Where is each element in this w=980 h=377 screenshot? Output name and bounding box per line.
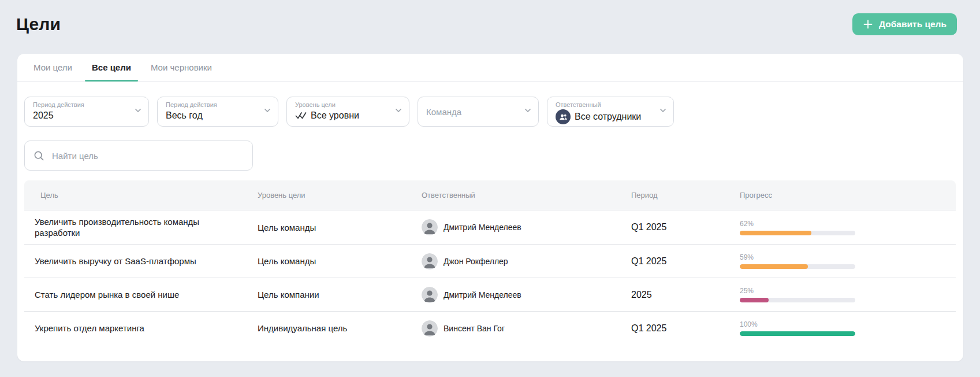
goal-row[interactable]: Увеличить выручку от SaaS-платформы Цель…	[24, 244, 956, 278]
goal-search-box[interactable]	[24, 141, 253, 171]
goal-level: Цель команды	[247, 223, 411, 232]
filter-value: 2025	[33, 109, 131, 122]
filter-period-year[interactable]: Период действия 2025	[24, 97, 149, 127]
search-icon	[33, 150, 45, 162]
goal-period: Q1 2025	[621, 256, 729, 267]
progress-fill	[740, 264, 808, 269]
goal-title: Увеличить выручку от SaaS-платформы	[24, 256, 215, 267]
plus-icon	[863, 19, 873, 29]
chevron-down-icon	[263, 106, 271, 117]
progress-label: 25%	[740, 287, 956, 295]
goal-row[interactable]: Укрепить отдел маркетинга Индивидуальная…	[24, 311, 956, 345]
goals-table: Цель Уровень цели Ответственный Период П…	[24, 180, 956, 345]
search-input[interactable]	[51, 150, 244, 161]
owner-name: Дмитрий Менделеев	[444, 223, 521, 232]
progress-fill	[740, 231, 811, 235]
filters-row: Период действия 2025 Период действия Вес…	[24, 97, 963, 127]
goal-level: Индивидуальная цель	[247, 323, 411, 333]
goal-level: Цель компании	[247, 290, 411, 300]
goal-row[interactable]: Увеличить производительность команды раз…	[24, 210, 956, 244]
filter-label: Период действия	[166, 101, 260, 109]
people-circle-icon	[556, 109, 571, 124]
goal-progress: 25%	[729, 287, 956, 302]
tab-my-goals[interactable]: Мои цели	[27, 54, 79, 81]
column-header-goal: Цель	[24, 191, 247, 199]
tab-all-goals[interactable]: Все цели	[85, 54, 138, 81]
chevron-down-icon	[524, 106, 532, 117]
progress-track	[740, 298, 855, 302]
filter-value: Все сотрудники	[556, 109, 656, 124]
top-bar: Цели Добавить цель	[0, 0, 980, 37]
progress-track	[740, 331, 855, 336]
filter-value: Все уровни	[295, 109, 392, 122]
page-title: Цели	[16, 14, 61, 34]
filter-value: Весь год	[166, 109, 260, 122]
tab-label: Мои черновики	[151, 62, 212, 72]
filter-owner[interactable]: Ответственный Все сотрудники	[547, 97, 674, 127]
owner-avatar	[422, 219, 438, 235]
table-header: Цель Уровень цели Ответственный Период П…	[24, 180, 956, 210]
add-goal-button-label: Добавить цель	[879, 19, 947, 29]
progress-fill	[740, 331, 855, 336]
goal-period: Q1 2025	[621, 222, 729, 232]
tabs-bar: Мои цели Все цели Мои черновики	[17, 54, 963, 82]
filter-label: Период действия	[33, 101, 131, 109]
column-header-period: Период	[621, 191, 729, 199]
tab-label: Мои цели	[33, 62, 72, 72]
add-goal-button[interactable]: Добавить цель	[852, 13, 957, 35]
progress-track	[740, 231, 855, 235]
chevron-down-icon	[134, 106, 142, 117]
goal-title: Стать лидером рынка в своей нише	[24, 289, 215, 300]
filter-label: Ответственный	[556, 101, 656, 109]
column-header-progress: Прогресс	[729, 191, 956, 199]
owner-avatar	[422, 253, 438, 269]
filter-label: Уровень цели	[295, 101, 392, 109]
filter-placeholder: Команда	[426, 107, 461, 117]
filter-team[interactable]: Команда	[418, 97, 539, 127]
chevron-down-icon	[659, 106, 667, 117]
goal-period: 2025	[621, 290, 729, 300]
progress-fill	[740, 298, 769, 302]
owner-avatar	[422, 320, 438, 337]
progress-label: 59%	[740, 253, 956, 261]
progress-label: 62%	[740, 220, 956, 228]
owner-avatar	[422, 287, 438, 303]
chevron-down-icon	[394, 106, 403, 117]
goals-card: Мои цели Все цели Мои черновики Период д…	[17, 54, 963, 361]
goal-progress: 59%	[729, 253, 956, 269]
progress-label: 100%	[740, 320, 956, 328]
goal-title: Укрепить отдел маркетинга	[24, 323, 215, 334]
search-row	[24, 141, 963, 171]
goal-progress: 62%	[729, 220, 956, 235]
column-header-owner: Ответственный	[411, 191, 621, 199]
owner-name: Дмитрий Менделеев	[444, 290, 521, 300]
filter-period-range[interactable]: Период действия Весь год	[157, 97, 278, 127]
goal-row[interactable]: Стать лидером рынка в своей нише Цель ко…	[24, 278, 956, 311]
goal-progress: 100%	[729, 320, 956, 336]
tab-my-drafts[interactable]: Мои черновики	[144, 54, 219, 81]
owner-name: Винсент Ван Гог	[444, 324, 505, 333]
filter-goal-level[interactable]: Уровень цели Все уровни	[286, 97, 409, 127]
owner-name: Джон Рокфеллер	[444, 257, 508, 266]
goal-title: Увеличить производительность команды раз…	[24, 216, 215, 238]
double-check-icon	[295, 112, 307, 120]
column-header-level: Уровень цели	[247, 191, 411, 199]
tab-label: Все цели	[92, 62, 131, 72]
goal-period: Q1 2025	[621, 323, 729, 334]
progress-track	[740, 264, 855, 269]
goal-level: Цель команды	[247, 256, 411, 266]
